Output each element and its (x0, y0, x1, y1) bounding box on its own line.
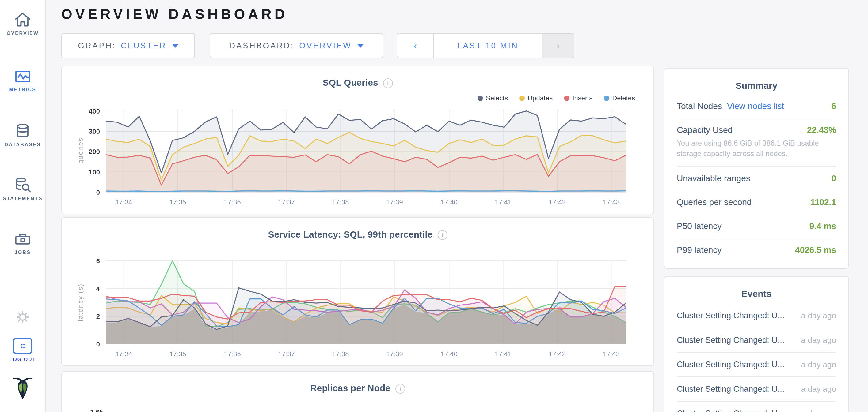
info-icon[interactable]: i (437, 230, 447, 240)
events-list: Cluster Setting Changed: U... a day ago … (664, 304, 848, 412)
sidebar-item-label: DATABASES (0, 142, 45, 147)
capacity-used-value: 22.43% (807, 125, 836, 135)
total-nodes-value: 6 (831, 101, 836, 111)
svg-text:17:35: 17:35 (169, 350, 186, 358)
svg-text:latency (s): latency (s) (76, 283, 84, 321)
view-nodes-list-link[interactable]: View nodes list (727, 101, 784, 111)
summary-row-total-nodes: Total Nodes View nodes list 6 (677, 94, 836, 118)
graph-dropdown-value: CLUSTER (121, 41, 166, 50)
cockroach-c-icon: C (13, 338, 32, 354)
time-range-selector: ‹ LAST 10 MIN › (397, 33, 575, 58)
sidebar-item-statements[interactable]: STATEMENTS (0, 176, 45, 201)
capacity-note: You are using 86.6 GiB of 386.1 GiB usab… (677, 137, 836, 167)
summary-row-p50: P50 latency 9.4 ms (677, 214, 836, 238)
events-title: Events (664, 277, 848, 304)
svg-text:17:43: 17:43 (603, 350, 620, 358)
qps-value: 1102.1 (810, 197, 836, 207)
p50-latency-label: P50 latency (677, 221, 721, 231)
total-nodes-label: Total Nodes (677, 101, 722, 111)
qps-label: Queries per second (677, 197, 751, 207)
sidebar-item-metrics[interactable]: METRICS (0, 69, 45, 93)
statements-icon (0, 176, 45, 194)
summary-row-capacity: Capacity Used 22.43% (677, 118, 836, 137)
sidebar-item-jobs[interactable]: JOBS (0, 230, 45, 255)
chevron-down-icon (358, 44, 364, 47)
svg-text:17:37: 17:37 (278, 350, 295, 358)
service-latency-chart[interactable]: 024617:3417:3517:3617:3717:3817:3917:401… (62, 247, 632, 366)
time-range-prev-button[interactable]: ‹ (397, 34, 434, 58)
events-panel: Events Cluster Setting Changed: U... a d… (664, 276, 849, 412)
summary-panel: Summary Total Nodes View nodes list 6 Ca… (664, 68, 849, 269)
info-icon[interactable]: i (383, 78, 393, 88)
time-range-next-button[interactable]: › (542, 34, 574, 58)
sidebar-item-databases[interactable]: DATABASES (0, 123, 45, 147)
sidebar-item-label: JOBS (0, 250, 45, 255)
graph-dropdown[interactable]: GRAPH: CLUSTER (61, 33, 195, 58)
chevron-down-icon (172, 44, 178, 47)
svg-text:17:41: 17:41 (495, 198, 512, 206)
p50-latency-value: 9.4 ms (809, 221, 836, 231)
sidebar: OVERVIEW METRICS DATABASES (0, 0, 46, 412)
chart-title: SQL Queriesi (62, 77, 653, 88)
summary-title: Summary (664, 69, 848, 94)
time-range-value[interactable]: LAST 10 MIN (434, 34, 542, 58)
event-row: Cluster Setting Changed: U... a day ago (677, 353, 836, 377)
event-title[interactable]: Cluster Setting Changed: U... (677, 336, 784, 345)
chart-title: Replicas per Nodei (62, 383, 653, 393)
app-root: OVERVIEW METRICS DATABASES (0, 0, 868, 412)
sidebar-item-overview[interactable]: OVERVIEW (0, 11, 45, 36)
event-title[interactable]: Cluster Setting Changed: U... (677, 409, 784, 412)
svg-text:100: 100 (89, 168, 100, 176)
page-title: OVERVIEW DASHBOARD (61, 6, 288, 23)
dashboard-dropdown-value: OVERVIEW (299, 41, 352, 50)
event-row: Cluster Setting Changed: U... a day ago (677, 304, 836, 328)
p99-latency-label: P99 latency (677, 245, 721, 255)
svg-text:17:35: 17:35 (169, 198, 186, 206)
summary-row-qps: Queries per second 1102.1 (677, 191, 836, 214)
svg-text:17:38: 17:38 (332, 198, 349, 206)
event-time: a day ago (801, 384, 836, 393)
logout-label: LOG OUT (0, 357, 45, 363)
jobs-icon (0, 230, 45, 247)
svg-text:17:40: 17:40 (441, 198, 458, 206)
event-row: Cluster Setting Changed: U... a day ago (677, 328, 836, 353)
home-icon (0, 11, 45, 28)
event-title[interactable]: Cluster Setting Changed: U... (677, 311, 784, 320)
unavailable-ranges-label: Unavailable ranges (677, 173, 750, 183)
svg-text:6: 6 (96, 257, 100, 265)
svg-text:0: 0 (96, 188, 100, 196)
info-icon[interactable]: i (395, 384, 405, 393)
cockroach-logo-icon (0, 375, 45, 403)
sql-queries-chart[interactable]: 010020030040017:3417:3517:3617:3717:3817… (62, 96, 632, 214)
svg-text:17:39: 17:39 (386, 350, 403, 358)
event-time: a day ago (801, 360, 836, 369)
p99-latency-value: 4026.5 ms (795, 245, 836, 255)
svg-text:17:34: 17:34 (115, 350, 132, 358)
svg-text:2: 2 (96, 312, 100, 320)
event-time: a day ago (801, 336, 836, 345)
svg-text:0: 0 (96, 340, 100, 348)
sidebar-item-label: STATEMENTS (0, 196, 45, 201)
event-time: a day ago (801, 311, 836, 320)
unavailable-ranges-value: 0 (831, 173, 836, 183)
sidebar-item-label: METRICS (0, 87, 45, 93)
service-latency-card: Service Latency: SQL, 99th percentilei 0… (61, 217, 654, 366)
svg-text:4: 4 (96, 285, 100, 293)
y-axis-tick: 1.6k (90, 408, 103, 412)
logout-button[interactable]: C LOG OUT (0, 338, 45, 363)
summary-row-unavailable-ranges: Unavailable ranges 0 (677, 167, 836, 191)
dashboard-dropdown[interactable]: DASHBOARD: OVERVIEW (210, 33, 383, 58)
event-title[interactable]: Cluster Setting Changed: U... (677, 384, 784, 393)
svg-text:17:36: 17:36 (224, 198, 241, 206)
event-time: a day ago (801, 409, 836, 412)
sql-queries-card: SQL Queriesi SelectsUpdatesInsertsDelete… (61, 66, 654, 214)
svg-text:17:37: 17:37 (278, 198, 295, 206)
svg-text:400: 400 (89, 107, 100, 115)
settings-gear-icon[interactable] (0, 310, 45, 327)
event-title[interactable]: Cluster Setting Changed: U... (677, 360, 784, 369)
svg-text:17:34: 17:34 (115, 198, 132, 206)
svg-text:300: 300 (89, 128, 100, 135)
databases-icon (0, 123, 45, 140)
svg-text:17:43: 17:43 (603, 198, 620, 206)
svg-text:17:42: 17:42 (549, 198, 566, 206)
